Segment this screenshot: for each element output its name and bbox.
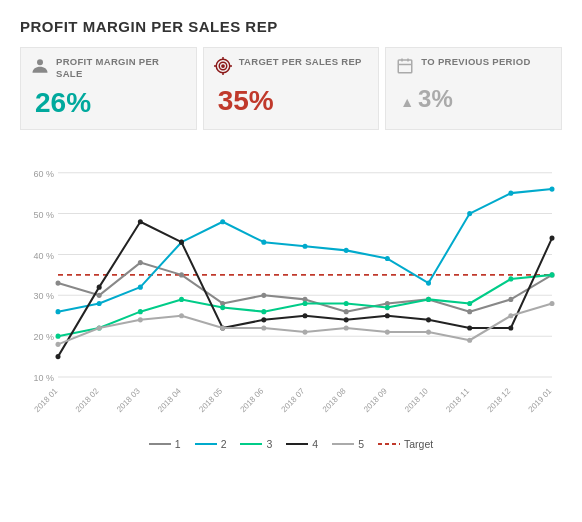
kpi-value-previous: ▲ 3% <box>396 85 551 113</box>
svg-text:2018 07: 2018 07 <box>280 386 307 414</box>
svg-point-72 <box>385 305 390 310</box>
legend-line-icon <box>286 443 308 445</box>
svg-point-94 <box>220 325 225 330</box>
legend-label: 1 <box>175 438 181 450</box>
svg-point-96 <box>303 329 308 334</box>
legend-line-icon <box>240 443 262 445</box>
svg-text:10 %: 10 % <box>33 373 54 383</box>
svg-point-101 <box>508 313 513 318</box>
svg-text:2018 05: 2018 05 <box>197 386 224 414</box>
legend-label: Target <box>404 438 433 450</box>
kpi-label-profit-margin: PROFIT MARGIN PER SALE <box>56 56 186 81</box>
kpi-label-target: TARGET PER SALES REP <box>239 56 362 68</box>
svg-point-58 <box>344 247 349 252</box>
svg-point-61 <box>467 211 472 216</box>
kpi-card-profit-margin: PROFIT MARGIN PER SALE 26% <box>20 47 197 130</box>
legend-label: 2 <box>221 438 227 450</box>
target-icon <box>214 57 232 79</box>
svg-point-83 <box>303 313 308 318</box>
svg-point-95 <box>261 325 266 330</box>
svg-point-77 <box>56 354 61 359</box>
legend-line-icon <box>149 443 171 445</box>
legend-line-icon <box>332 443 354 445</box>
legend-label: 5 <box>358 438 364 450</box>
svg-point-59 <box>385 256 390 261</box>
svg-point-67 <box>179 296 184 301</box>
legend-item: 2 <box>195 438 227 450</box>
svg-point-92 <box>138 317 143 322</box>
svg-point-70 <box>303 301 308 306</box>
svg-point-90 <box>56 341 61 346</box>
svg-point-49 <box>508 296 513 301</box>
svg-point-62 <box>508 190 513 195</box>
kpi-value-previous-number: 3% <box>418 85 453 112</box>
svg-point-97 <box>344 325 349 330</box>
svg-point-41 <box>179 272 184 277</box>
line-chart: 60 %50 %40 %30 %20 %10 %2018 012018 0220… <box>20 144 562 434</box>
svg-point-87 <box>467 325 472 330</box>
svg-point-71 <box>344 301 349 306</box>
legend-item: 1 <box>149 438 181 450</box>
svg-point-3 <box>222 65 224 67</box>
legend-line-icon <box>378 443 400 445</box>
svg-point-93 <box>179 313 184 318</box>
chart-area: 60 %50 %40 %30 %20 %10 %2018 012018 0220… <box>20 144 562 434</box>
svg-point-68 <box>220 305 225 310</box>
svg-point-56 <box>261 239 266 244</box>
svg-text:2018 06: 2018 06 <box>239 386 266 414</box>
svg-text:20 %: 20 % <box>33 332 54 342</box>
svg-point-40 <box>138 260 143 265</box>
legend-item: Target <box>378 438 433 450</box>
svg-point-78 <box>97 284 102 289</box>
svg-point-57 <box>303 243 308 248</box>
person-icon <box>31 57 49 79</box>
svg-point-38 <box>56 280 61 285</box>
svg-text:30 %: 30 % <box>33 291 54 301</box>
kpi-label-previous: TO PREVIOUS PERIOD <box>421 56 530 68</box>
kpi-card-target: TARGET PER SALES REP 35% <box>203 47 380 130</box>
calendar-icon <box>396 57 414 79</box>
svg-point-102 <box>550 301 555 306</box>
svg-point-86 <box>426 317 431 322</box>
svg-text:2018 09: 2018 09 <box>362 386 389 414</box>
svg-point-53 <box>138 284 143 289</box>
dashboard-container: PROFIT MARGIN PER SALES REP PROFIT MARGI… <box>0 0 582 460</box>
svg-point-55 <box>220 219 225 224</box>
legend-item: 5 <box>332 438 364 450</box>
svg-point-52 <box>97 301 102 306</box>
legend-label: 4 <box>312 438 318 450</box>
svg-point-74 <box>467 301 472 306</box>
svg-point-45 <box>344 309 349 314</box>
svg-point-82 <box>261 317 266 322</box>
svg-point-64 <box>56 333 61 338</box>
svg-point-89 <box>550 235 555 240</box>
svg-text:2018 11: 2018 11 <box>444 386 471 414</box>
svg-point-76 <box>550 272 555 277</box>
legend-item: 4 <box>286 438 318 450</box>
svg-point-66 <box>138 309 143 314</box>
legend-line-icon <box>195 443 217 445</box>
svg-point-75 <box>508 276 513 281</box>
svg-point-100 <box>467 337 472 342</box>
svg-point-84 <box>344 317 349 322</box>
kpi-row: PROFIT MARGIN PER SALE 26% TARGET PER SA… <box>20 47 562 130</box>
arrow-up-icon: ▲ <box>400 94 418 110</box>
svg-text:2018 01: 2018 01 <box>33 386 60 414</box>
legend-row: 12345Target <box>20 438 562 450</box>
svg-point-51 <box>56 309 61 314</box>
svg-point-85 <box>385 313 390 318</box>
svg-text:2018 12: 2018 12 <box>486 386 513 414</box>
kpi-card-previous: TO PREVIOUS PERIOD ▲ 3% <box>385 47 562 130</box>
svg-point-80 <box>179 239 184 244</box>
svg-text:50 %: 50 % <box>33 209 54 219</box>
svg-point-39 <box>97 292 102 297</box>
svg-point-73 <box>426 296 431 301</box>
svg-text:40 %: 40 % <box>33 250 54 260</box>
svg-text:2018 04: 2018 04 <box>156 386 183 414</box>
svg-point-48 <box>467 309 472 314</box>
svg-point-88 <box>508 325 513 330</box>
svg-text:2018 10: 2018 10 <box>403 386 430 414</box>
svg-point-99 <box>426 329 431 334</box>
svg-rect-8 <box>399 60 413 73</box>
svg-text:2019 01: 2019 01 <box>527 386 554 414</box>
